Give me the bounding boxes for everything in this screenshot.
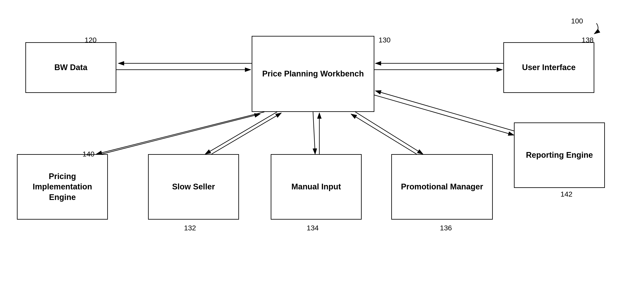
slow-seller-box: Slow Seller xyxy=(148,154,239,220)
bw-data-box: BW Data xyxy=(26,42,116,93)
arrow-pricing-to-ppw xyxy=(102,114,260,154)
manual-input-box: Manual Input xyxy=(271,154,362,220)
price-planning-box: Price Planning Workbench xyxy=(252,36,374,112)
pricing-impl-box: Pricing Implementation Engine xyxy=(17,154,108,220)
num-142: 142 xyxy=(560,190,572,198)
arrow-promo-to-ppw xyxy=(351,114,417,154)
promotional-mgr-label: Promotional Manager xyxy=(401,182,483,192)
num-130: 130 xyxy=(378,36,391,44)
price-planning-label: Price Planning Workbench xyxy=(262,69,364,79)
num-134: 134 xyxy=(307,224,319,232)
pricing-impl-label: Pricing Implementation Engine xyxy=(22,171,103,202)
bw-data-label: BW Data xyxy=(54,62,87,73)
reporting-engine-label: Reporting Engine xyxy=(526,150,593,160)
manual-input-label: Manual Input xyxy=(292,182,341,192)
num-136: 136 xyxy=(440,224,452,232)
arrow-ppw-to-pricing xyxy=(96,112,264,154)
num-120: 120 xyxy=(84,36,97,44)
arrow-ppw-to-slowseller xyxy=(205,112,277,154)
arrow-ppw-to-manual xyxy=(313,112,315,154)
arrow-ppw-to-reporting xyxy=(374,95,514,135)
diagram-container: 100 BW Data 120 Price Planning Workbench… xyxy=(0,0,644,284)
promotional-mgr-box: Promotional Manager xyxy=(391,154,493,220)
user-interface-box: User Interface xyxy=(503,42,594,93)
num-140: 140 xyxy=(82,150,94,158)
ref-100-arrow xyxy=(594,23,598,34)
reporting-engine-box: Reporting Engine xyxy=(514,123,605,188)
user-interface-label: User Interface xyxy=(522,62,576,73)
arrow-reporting-to-ppw xyxy=(376,91,514,131)
ref-100: 100 xyxy=(571,17,583,25)
num-132: 132 xyxy=(184,224,196,232)
arrow-slowseller-to-ppw xyxy=(212,113,281,154)
arrow-ppw-to-promo xyxy=(355,112,423,154)
slow-seller-label: Slow Seller xyxy=(172,182,215,192)
num-138: 138 xyxy=(582,36,594,44)
